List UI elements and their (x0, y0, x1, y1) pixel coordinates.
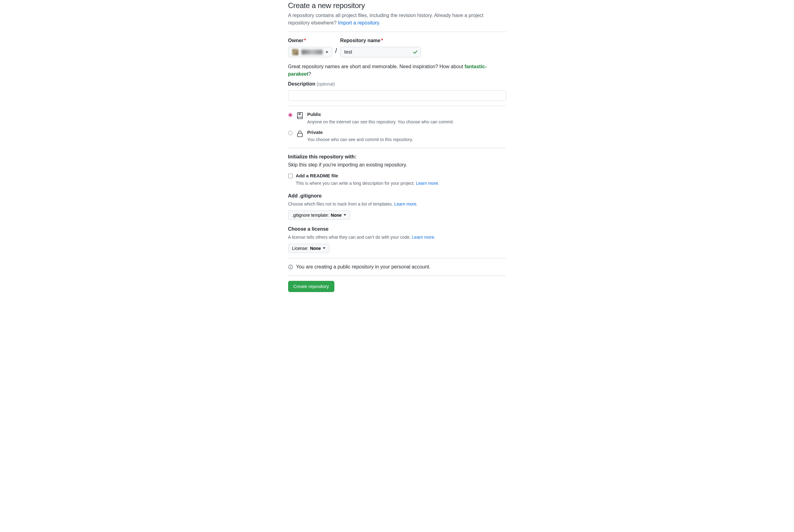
description-label: Description (optional) (288, 80, 506, 88)
gitignore-template-select[interactable]: .gitignore template: None (288, 210, 350, 220)
visibility-public-row: Public Anyone on the internet can see th… (288, 111, 506, 125)
lock-icon (296, 130, 304, 138)
license-select[interactable]: License: None (288, 244, 329, 253)
description-input[interactable] (288, 90, 506, 101)
license-title: Choose a license (288, 225, 506, 233)
visibility-public-radio[interactable] (288, 113, 293, 117)
gitignore-learn-more-link[interactable]: Learn more (394, 202, 417, 207)
gitignore-title: Add .gitignore (288, 192, 506, 200)
divider (288, 106, 506, 106)
owner-username (301, 50, 322, 55)
divider (288, 276, 506, 276)
chevron-down-icon (344, 214, 346, 216)
license-learn-more-link[interactable]: Learn more (412, 235, 434, 240)
visibility-private-radio[interactable] (288, 131, 293, 135)
visibility-private-title: Private (307, 129, 413, 136)
required-mark: * (381, 38, 383, 43)
repo-name-input[interactable] (340, 47, 421, 57)
info-icon (288, 264, 293, 269)
divider (288, 258, 506, 258)
owner-label: Owner* (288, 37, 332, 44)
svg-point-3 (290, 266, 291, 266)
visibility-public-desc: Anyone on the internet can see this repo… (307, 119, 454, 125)
repo-name-label: Repository name* (340, 37, 421, 44)
gitignore-block: Add .gitignore Choose which files not to… (288, 192, 506, 220)
repo-icon (296, 112, 304, 120)
owner-select-button[interactable] (288, 47, 332, 57)
svg-rect-0 (297, 133, 302, 137)
readme-row: Add a README file This is where you can … (288, 172, 506, 187)
subhead-text: A repository contains all project files,… (288, 13, 483, 25)
divider (288, 148, 506, 148)
optional-mark: (optional) (317, 81, 335, 87)
visibility-public-title: Public (307, 111, 454, 118)
create-repository-button[interactable]: Create repository (288, 281, 334, 292)
repo-name-hint: Great repository names are short and mem… (288, 63, 506, 78)
readme-desc: This is where you can write a long descr… (296, 180, 440, 187)
license-block: Choose a license A license tells others … (288, 225, 506, 253)
chevron-down-icon (326, 52, 328, 53)
readme-checkbox[interactable] (288, 174, 293, 178)
readme-title: Add a README file (296, 172, 440, 179)
divider (288, 32, 506, 32)
required-mark: * (304, 38, 306, 43)
page-subhead: A repository contains all project files,… (288, 12, 506, 27)
import-repository-link[interactable]: Import a repository (338, 20, 379, 25)
avatar (292, 49, 298, 55)
readme-learn-more-link[interactable]: Learn more (416, 181, 438, 186)
owner-field: Owner* (288, 37, 332, 57)
page-title: Create a new repository (288, 0, 506, 11)
initialize-skip-note: Skip this step if you're importing an ex… (288, 161, 506, 169)
check-icon (413, 50, 418, 55)
repo-name-field: Repository name* (340, 37, 421, 57)
initialize-heading: Initialize this repository with: (288, 153, 506, 160)
info-note-text: You are creating a public repository in … (296, 263, 430, 271)
license-desc: A license tells others what they can and… (288, 234, 506, 241)
gitignore-desc: Choose which files not to track from a l… (288, 201, 506, 207)
chevron-down-icon (323, 247, 325, 249)
visibility-private-row: Private You choose who can see and commi… (288, 129, 506, 143)
info-note-row: You are creating a public repository in … (288, 263, 506, 271)
visibility-private-desc: You choose who can see and commit to thi… (307, 136, 413, 143)
slash-separator: / (334, 45, 338, 57)
